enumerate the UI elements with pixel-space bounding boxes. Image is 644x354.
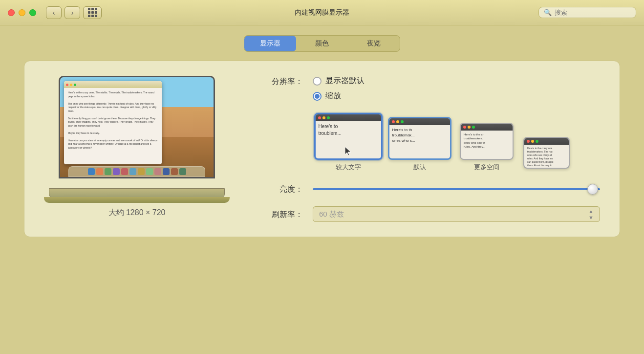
tab-bar: 显示器 颜色 夜览 xyxy=(244,35,400,52)
thumb-bar-extra xyxy=(524,138,569,145)
back-button[interactable]: ‹ xyxy=(46,6,62,19)
refresh-rate-value: 60 赫兹 xyxy=(319,210,344,219)
thumb-extra: Here's to the crazy onetroublemakers. Th… xyxy=(518,137,575,172)
nav-buttons: ‹ › xyxy=(46,6,80,19)
refresh-rate-section: 刷新率： 60 赫兹 ▲ ▼ xyxy=(259,206,600,222)
laptop-screen: Here's to the crazy ones. The misfits. T… xyxy=(59,76,215,178)
thumb-large-text-label: 较大文字 xyxy=(336,163,361,172)
thumb-content-extra: Here's to the crazy onetroublemakers. Th… xyxy=(524,145,569,169)
resolution-section: 分辨率： 显示器默认 缩放 xyxy=(259,76,600,101)
radio-scaled[interactable]: 缩放 xyxy=(313,91,365,101)
laptop-container: Here's to the crazy ones. The misfits. T… xyxy=(49,76,225,203)
resolution-radio-group: 显示器默认 缩放 xyxy=(313,76,365,101)
content-panel: Here's to the crazy ones. The misfits. T… xyxy=(24,61,620,237)
forward-button[interactable]: › xyxy=(64,6,80,19)
thumb-window-large-text[interactable]: Here's totroublem... xyxy=(314,113,383,160)
resolution-display-text: 大约 1280 × 720 xyxy=(108,208,166,218)
main-content: 显示器 颜色 夜览 xyxy=(0,25,644,247)
thumb-window-default[interactable]: Here's to thtroublemak...ones who s... xyxy=(388,117,451,160)
radio-default-circle[interactable] xyxy=(313,77,322,86)
search-input[interactable] xyxy=(555,9,631,16)
search-box[interactable]: 🔍 xyxy=(538,7,636,18)
screen-window: Here's to the crazy ones. The misfits. T… xyxy=(64,81,162,164)
radio-scaled-circle[interactable] xyxy=(313,92,322,101)
thumb-content: Here's totroublem... xyxy=(316,121,381,139)
radio-default[interactable]: 显示器默认 xyxy=(313,76,365,86)
search-icon: 🔍 xyxy=(544,9,552,16)
laptop-base xyxy=(49,188,225,198)
maximize-button[interactable] xyxy=(29,9,36,16)
svg-marker-0 xyxy=(345,147,351,155)
minimize-button[interactable] xyxy=(19,9,25,16)
screen-desktop: Here's to the crazy ones. The misfits. T… xyxy=(60,77,214,177)
thumbnails-row: Here's totroublem... 较大文字 xyxy=(313,113,600,172)
tab-color[interactable]: 颜色 xyxy=(296,36,348,51)
radio-scaled-label: 缩放 xyxy=(325,91,341,101)
brightness-section: 亮度： xyxy=(259,183,600,195)
traffic-lights xyxy=(8,9,36,16)
thumb-large-text: Here's totroublem... 较大文字 xyxy=(313,113,384,172)
refresh-rate-dropdown[interactable]: 60 赫兹 ▲ ▼ xyxy=(313,206,600,222)
right-controls: 分辨率： 显示器默认 缩放 xyxy=(259,76,600,222)
thumb-bar-default xyxy=(389,118,450,125)
grid-view-button[interactable] xyxy=(83,6,102,19)
thumb-bar-more-space xyxy=(461,124,513,131)
thumb-more-space-label: 更多空间 xyxy=(474,163,499,172)
screen-window-content: Here's to the crazy ones. The misfits. T… xyxy=(64,88,162,153)
thumb-window-extra[interactable]: Here's to the crazy onetroublemakers. Th… xyxy=(523,137,570,169)
tab-nightshift[interactable]: 夜览 xyxy=(348,36,400,51)
brightness-slider-track xyxy=(313,188,600,190)
resolution-label: 分辨率： xyxy=(259,76,303,87)
thumb-bar xyxy=(316,114,381,121)
thumb-default: Here's to thtroublemak...ones who s... 默… xyxy=(384,117,455,172)
thumb-default-label: 默认 xyxy=(413,163,426,172)
brightness-slider-thumb[interactable] xyxy=(587,184,598,195)
thumb-more-space: Here's to the crtroublemakers.ones who s… xyxy=(455,123,518,172)
laptop-preview: Here's to the crazy ones. The misfits. T… xyxy=(44,76,230,222)
close-button[interactable] xyxy=(8,9,15,16)
dropdown-arrow-icon: ▲ ▼ xyxy=(588,208,594,221)
titlebar: ‹ › 内建视网膜显示器 🔍 xyxy=(0,0,644,25)
window-title: 内建视网膜显示器 xyxy=(295,8,349,17)
screen-window-bar xyxy=(64,81,162,88)
brightness-slider-container[interactable] xyxy=(313,184,600,194)
tab-display[interactable]: 显示器 xyxy=(244,36,296,51)
thumb-window-more-space[interactable]: Here's to the crtroublemakers.ones who s… xyxy=(460,123,514,160)
screen-dock xyxy=(68,166,205,177)
radio-default-label: 显示器默认 xyxy=(325,76,365,86)
laptop-bottom xyxy=(44,197,230,203)
refresh-rate-label: 刷新率： xyxy=(259,209,303,220)
thumb-content-more-space: Here's to the crtroublemakers.ones who s… xyxy=(461,131,513,151)
thumb-content-default: Here's to thtroublemak...ones who s... xyxy=(389,125,450,146)
brightness-label: 亮度： xyxy=(259,183,303,195)
